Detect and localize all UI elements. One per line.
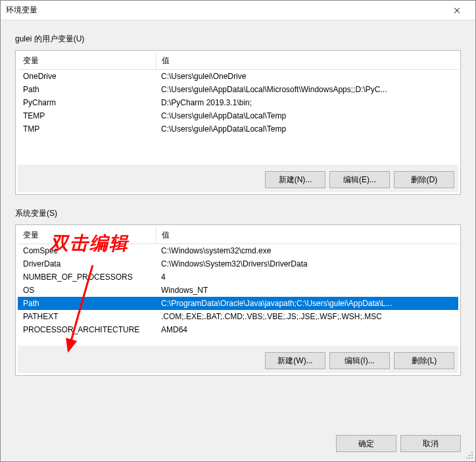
- system-val-cell: Windows_NT: [156, 284, 458, 297]
- system-var-cell: DriverData: [18, 257, 156, 270]
- user-header-value[interactable]: 值: [156, 53, 458, 70]
- user-val-cell: C:\Users\gulei\OneDrive: [156, 70, 458, 84]
- system-delete-button[interactable]: 删除(L): [394, 352, 454, 369]
- titlebar: 环境变量: [1, 1, 475, 20]
- system-var-cell: Path: [18, 297, 156, 310]
- system-var-cell: NUMBER_OF_PROCESSORS: [18, 270, 156, 284]
- user-var-cell: PyCharm: [18, 96, 156, 109]
- table-row[interactable]: PATHEXT.COM;.EXE;.BAT;.CMD;.VBS;.VBE;.JS…: [18, 310, 458, 323]
- user-header-variable[interactable]: 变量: [18, 53, 156, 70]
- content-area: gulei 的用户变量(U) 变量 值 OneDriveC:\Users\gul…: [1, 20, 475, 426]
- env-vars-dialog: 环境变量 gulei 的用户变量(U) 变量 值 OneDriveC:\User…: [0, 0, 476, 462]
- user-var-cell: Path: [18, 83, 156, 96]
- dialog-buttons-row: 确定 取消: [1, 426, 475, 461]
- user-vars-group: 变量 值 OneDriveC:\Users\gulei\OneDrivePath…: [15, 50, 461, 195]
- system-new-button[interactable]: 新建(W)...: [265, 352, 325, 369]
- table-row[interactable]: PROCESSOR_ARCHITECTUREAMD64: [18, 323, 458, 336]
- ok-button[interactable]: 确定: [336, 435, 396, 452]
- user-var-cell: TMP: [18, 122, 156, 136]
- user-var-cell: TEMP: [18, 109, 156, 122]
- system-buttons-row: 新建(W)... 编辑(I)... 删除(L): [18, 346, 458, 373]
- user-new-button[interactable]: 新建(N)...: [265, 171, 325, 188]
- system-vars-table-container: 变量 值 ComSpecC:\Windows\system32\cmd.exeD…: [18, 227, 458, 346]
- system-edit-button[interactable]: 编辑(I)...: [329, 352, 390, 369]
- user-var-cell: OneDrive: [18, 70, 156, 84]
- system-var-cell: OS: [18, 284, 156, 297]
- table-row[interactable]: ComSpecC:\Windows\system32\cmd.exe: [18, 244, 458, 258]
- close-button[interactable]: [444, 1, 470, 20]
- system-vars-label: 系统变量(S): [15, 208, 461, 219]
- system-vars-table[interactable]: 变量 值 ComSpecC:\Windows\system32\cmd.exeD…: [18, 227, 458, 336]
- svg-point-1: [469, 455, 470, 456]
- user-buttons-row: 新建(N)... 编辑(E)... 删除(D): [18, 165, 458, 192]
- svg-point-0: [471, 452, 473, 453]
- table-row[interactable]: PyCharmD:\PyCharm 2019.3.1\bin;: [18, 96, 458, 109]
- user-edit-button[interactable]: 编辑(E)...: [329, 171, 390, 188]
- table-row[interactable]: NUMBER_OF_PROCESSORS4: [18, 270, 458, 284]
- svg-point-4: [469, 457, 470, 459]
- user-val-cell: C:\Users\gulei\AppData\Local\Temp: [156, 109, 458, 122]
- system-vars-group: 变量 值 ComSpecC:\Windows\system32\cmd.exeD…: [15, 224, 461, 376]
- table-row[interactable]: PathC:\Users\gulei\AppData\Local\Microso…: [18, 83, 458, 96]
- cancel-button[interactable]: 取消: [400, 435, 461, 452]
- table-row[interactable]: DriverDataC:\Windows\System32\Drivers\Dr…: [18, 257, 458, 270]
- system-header-value[interactable]: 值: [156, 227, 458, 244]
- system-val-cell: C:\Windows\System32\Drivers\DriverData: [156, 257, 458, 270]
- system-val-cell: C:\Windows\system32\cmd.exe: [156, 244, 458, 258]
- table-row[interactable]: PathC:\ProgramData\Oracle\Java\javapath;…: [18, 297, 458, 310]
- system-var-cell: PROCESSOR_ARCHITECTURE: [18, 323, 156, 336]
- system-var-cell: PATHEXT: [18, 310, 156, 323]
- system-val-cell: 4: [156, 270, 458, 284]
- svg-point-5: [471, 457, 473, 459]
- table-row[interactable]: OneDriveC:\Users\gulei\OneDrive: [18, 70, 458, 84]
- table-row[interactable]: TEMPC:\Users\gulei\AppData\Local\Temp: [18, 109, 458, 122]
- system-header-variable[interactable]: 变量: [18, 227, 156, 244]
- user-vars-label: gulei 的用户变量(U): [15, 34, 461, 45]
- table-row[interactable]: OSWindows_NT: [18, 284, 458, 297]
- user-vars-table-container: 变量 值 OneDriveC:\Users\gulei\OneDrivePath…: [18, 53, 458, 165]
- window-title: 环境变量: [6, 5, 444, 16]
- user-delete-button[interactable]: 删除(D): [394, 171, 454, 188]
- user-val-cell: C:\Users\gulei\AppData\Local\Temp: [156, 122, 458, 136]
- user-val-cell: D:\PyCharm 2019.3.1\bin;: [156, 96, 458, 109]
- system-val-cell: AMD64: [156, 323, 458, 336]
- resize-grip-icon[interactable]: [464, 450, 473, 459]
- system-var-cell: ComSpec: [18, 244, 156, 258]
- user-val-cell: C:\Users\gulei\AppData\Local\Microsoft\W…: [156, 83, 458, 96]
- svg-point-3: [466, 457, 467, 459]
- user-vars-table[interactable]: 变量 值 OneDriveC:\Users\gulei\OneDrivePath…: [18, 53, 458, 136]
- table-row[interactable]: TMPC:\Users\gulei\AppData\Local\Temp: [18, 122, 458, 136]
- system-val-cell: C:\ProgramData\Oracle\Java\javapath;C:\U…: [156, 297, 458, 310]
- svg-point-2: [471, 455, 473, 456]
- system-val-cell: .COM;.EXE;.BAT;.CMD;.VBS;.VBE;.JS;.JSE;.…: [156, 310, 458, 323]
